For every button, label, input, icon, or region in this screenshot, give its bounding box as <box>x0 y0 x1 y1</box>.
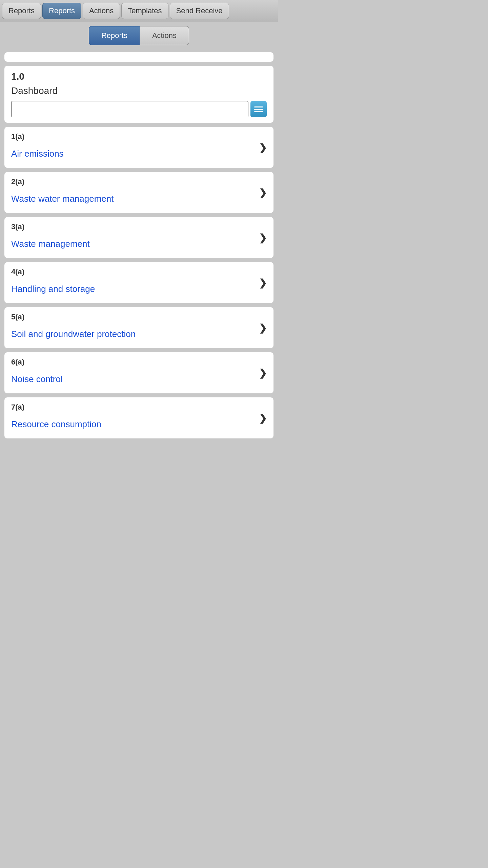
card-title-handling-storage: Handling and storage <box>11 284 95 294</box>
tab-reports[interactable]: Reports <box>89 26 140 45</box>
top-navigation: Reports Reports Actions Templates Send R… <box>0 0 278 22</box>
chevron-icon-5a: ❯ <box>259 322 267 333</box>
card-number-5a: 5(a) <box>11 313 267 321</box>
card-title-row-5a: Soil and groundwater protection <box>11 324 267 343</box>
menu-icon-button[interactable] <box>250 101 267 117</box>
card-noise-control[interactable]: 6(a) Noise control ❯ <box>4 352 274 394</box>
card-number-6a: 6(a) <box>11 358 267 367</box>
card-title-soil-groundwater: Soil and groundwater protection <box>11 329 136 339</box>
dashboard-input[interactable] <box>11 101 248 117</box>
card-title-waste-management: Waste management <box>11 239 90 249</box>
card-air-emissions[interactable]: 1(a) Air emissions ❯ <box>4 126 274 168</box>
card-resource-consumption[interactable]: 7(a) Resource consumption ❯ <box>4 397 274 439</box>
card-number-4a: 4(a) <box>11 268 267 276</box>
card-number-1a: 1(a) <box>11 132 267 141</box>
card-dashboard: 1.0 Dashboard <box>4 65 274 123</box>
card-number-2a: 2(a) <box>11 177 267 186</box>
top-nav-reports-2[interactable]: Reports <box>42 3 81 19</box>
chevron-icon-4a: ❯ <box>259 277 267 288</box>
dashboard-input-row <box>11 101 267 117</box>
top-nav-templates[interactable]: Templates <box>121 3 168 19</box>
chevron-icon-3a: ❯ <box>259 232 267 243</box>
card-soil-groundwater[interactable]: 5(a) Soil and groundwater protection ❯ <box>4 307 274 349</box>
chevron-icon-1a: ❯ <box>259 142 267 153</box>
menu-line-3 <box>254 111 263 112</box>
main-content: 1.0 Dashboard 1(a) Air emissions ❯ 2(a) … <box>0 49 278 441</box>
card-waste-water[interactable]: 2(a) Waste water management ❯ <box>4 172 274 213</box>
card-number-7a: 7(a) <box>11 403 267 412</box>
top-nav-reports-1[interactable]: Reports <box>2 3 41 19</box>
chevron-icon-6a: ❯ <box>259 367 267 378</box>
dashboard-label: Dashboard <box>11 85 267 96</box>
card-title-row-4a: Handling and storage <box>11 279 267 298</box>
chevron-icon-2a: ❯ <box>259 187 267 198</box>
card-number-3a: 3(a) <box>11 222 267 231</box>
partial-card-top <box>4 52 274 62</box>
tab-actions[interactable]: Actions <box>140 26 189 45</box>
card-handling-storage[interactable]: 4(a) Handling and storage ❯ <box>4 262 274 303</box>
card-title-row-6a: Noise control <box>11 369 267 388</box>
card-title-row-7a: Resource consumption <box>11 414 267 433</box>
secondary-tabs: Reports Actions <box>0 22 278 49</box>
card-waste-management[interactable]: 3(a) Waste management ❯ <box>4 217 274 258</box>
card-title-air-emissions: Air emissions <box>11 149 64 159</box>
card-title-waste-water: Waste water management <box>11 194 114 204</box>
card-title-noise-control: Noise control <box>11 374 63 384</box>
menu-line-1 <box>254 106 263 107</box>
top-nav-actions[interactable]: Actions <box>83 3 120 19</box>
card-number-1-0: 1.0 <box>11 71 267 82</box>
card-title-row-1a: Air emissions <box>11 144 267 162</box>
card-title-row-3a: Waste management <box>11 234 267 253</box>
card-title-row-2a: Waste water management <box>11 189 267 208</box>
card-title-resource-consumption: Resource consumption <box>11 419 101 430</box>
top-nav-send-receive[interactable]: Send Receive <box>170 3 229 19</box>
chevron-icon-7a: ❯ <box>259 412 267 423</box>
menu-line-2 <box>254 109 263 110</box>
